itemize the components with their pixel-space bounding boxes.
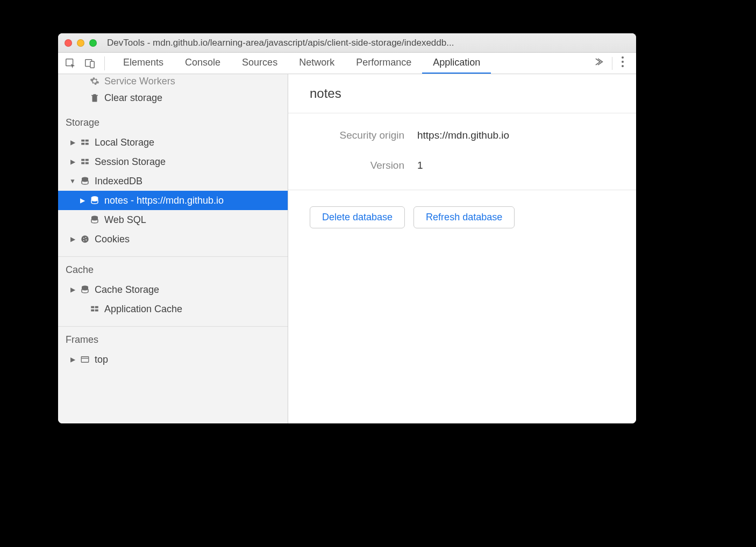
chevron-right-icon: ▶ bbox=[70, 286, 75, 293]
svg-point-3 bbox=[622, 56, 624, 59]
panel-tabs: Elements Console Sources Network Perform… bbox=[112, 53, 587, 74]
sidebar-item-label: Application Cache bbox=[104, 304, 182, 315]
sidebar-item-label: Clear storage bbox=[104, 92, 162, 104]
version-label: Version bbox=[310, 160, 417, 171]
svg-rect-23 bbox=[91, 306, 94, 308]
sidebar-section-cache: Cache bbox=[58, 256, 288, 280]
sidebar-item-top-frame[interactable]: ▶ top bbox=[58, 350, 288, 369]
sidebar-item-label: Local Storage bbox=[95, 137, 154, 148]
sidebar-item-cookies[interactable]: ▶ Cookies bbox=[58, 229, 288, 249]
chevron-down-icon: ▼ bbox=[70, 177, 75, 185]
sidebar-section-storage: Storage bbox=[58, 107, 288, 133]
security-origin-value: https://mdn.github.io bbox=[417, 129, 509, 141]
panel-body: ▶ Service Workers ▶ Clear storage Storag… bbox=[58, 74, 636, 423]
titlebar: DevTools - mdn.github.io/learning-area/j… bbox=[58, 33, 636, 53]
cookie-icon bbox=[80, 234, 90, 244]
chevron-right-icon: ▶ bbox=[70, 139, 75, 146]
main-panel: notes Security origin https://mdn.github… bbox=[288, 74, 636, 423]
database-icon bbox=[80, 176, 90, 186]
svg-point-21 bbox=[83, 240, 84, 241]
svg-point-18 bbox=[83, 237, 84, 239]
database-title: notes bbox=[288, 74, 636, 113]
svg-rect-12 bbox=[81, 162, 84, 164]
database-properties: Security origin https://mdn.github.io Ve… bbox=[288, 113, 636, 190]
svg-point-5 bbox=[622, 65, 624, 67]
svg-rect-24 bbox=[95, 306, 98, 308]
tab-elements[interactable]: Elements bbox=[112, 53, 174, 74]
minimize-window-button[interactable] bbox=[77, 39, 84, 47]
sidebar-item-session-storage[interactable]: ▶ Session Storage bbox=[58, 152, 288, 171]
sidebar-item-label: Service Workers bbox=[104, 76, 175, 87]
security-origin-label: Security origin bbox=[310, 129, 417, 141]
sidebar-item-label: Cookies bbox=[95, 234, 130, 245]
sidebar-item-service-workers[interactable]: ▶ Service Workers bbox=[58, 74, 288, 88]
tab-network[interactable]: Network bbox=[288, 53, 345, 74]
database-icon bbox=[89, 195, 100, 206]
svg-rect-13 bbox=[85, 162, 89, 164]
devtools-window: DevTools - mdn.github.io/learning-area/j… bbox=[58, 33, 636, 423]
sidebar-item-application-cache[interactable]: ▶ Application Cache bbox=[58, 299, 288, 319]
kebab-menu-icon[interactable] bbox=[616, 56, 630, 70]
sidebar-item-clear-storage[interactable]: ▶ Clear storage bbox=[58, 88, 288, 107]
svg-point-19 bbox=[85, 237, 87, 238]
device-toggle-icon[interactable] bbox=[84, 57, 96, 69]
sidebar-item-indexeddb-notes[interactable]: ▶ notes - https://mdn.github.io bbox=[58, 191, 288, 210]
svg-rect-25 bbox=[91, 310, 94, 312]
main-toolbar: Elements Console Sources Network Perform… bbox=[58, 53, 636, 74]
sidebar-item-label: top bbox=[95, 354, 108, 365]
svg-rect-8 bbox=[81, 143, 84, 145]
svg-rect-7 bbox=[85, 140, 89, 142]
database-actions: Delete database Refresh database bbox=[288, 190, 636, 244]
window-title: DevTools - mdn.github.io/learning-area/j… bbox=[107, 38, 630, 48]
zoom-window-button[interactable] bbox=[89, 39, 97, 47]
chevron-right-icon: ▶ bbox=[70, 356, 75, 363]
tab-sources[interactable]: Sources bbox=[231, 53, 288, 74]
trash-icon bbox=[89, 92, 100, 103]
grid-icon bbox=[89, 304, 100, 314]
sidebar-item-local-storage[interactable]: ▶ Local Storage bbox=[58, 133, 288, 152]
grid-icon bbox=[80, 156, 90, 167]
inspect-element-icon[interactable] bbox=[65, 57, 76, 69]
sidebar-item-label: IndexedDB bbox=[95, 176, 142, 187]
gear-icon bbox=[89, 76, 100, 87]
tab-performance[interactable]: Performance bbox=[345, 53, 422, 74]
chevron-right-icon: ▶ bbox=[70, 235, 75, 243]
close-window-button[interactable] bbox=[65, 39, 72, 47]
frame-icon bbox=[80, 354, 90, 365]
sidebar-item-indexeddb[interactable]: ▼ IndexedDB bbox=[58, 171, 288, 191]
sidebar-section-frames: Frames bbox=[58, 326, 288, 350]
sidebar-item-label: notes - https://mdn.github.io bbox=[104, 195, 224, 206]
svg-rect-11 bbox=[85, 159, 89, 161]
version-value: 1 bbox=[417, 160, 423, 171]
delete-database-button[interactable]: Delete database bbox=[310, 206, 405, 228]
sidebar-item-web-sql[interactable]: ▶ Web SQL bbox=[58, 210, 288, 229]
svg-point-20 bbox=[85, 239, 87, 240]
database-icon bbox=[80, 284, 90, 295]
svg-rect-6 bbox=[81, 140, 84, 142]
svg-rect-10 bbox=[81, 159, 84, 161]
chevron-right-icon: ▶ bbox=[80, 197, 85, 204]
svg-rect-27 bbox=[81, 357, 89, 363]
svg-rect-9 bbox=[85, 143, 89, 145]
application-sidebar: ▶ Service Workers ▶ Clear storage Storag… bbox=[58, 74, 288, 423]
chevron-right-icon: ▶ bbox=[70, 158, 75, 165]
tab-application[interactable]: Application bbox=[422, 53, 491, 74]
svg-rect-26 bbox=[95, 310, 98, 312]
grid-icon bbox=[80, 137, 90, 148]
more-tabs-icon[interactable] bbox=[587, 56, 609, 70]
tab-console[interactable]: Console bbox=[174, 53, 231, 74]
svg-rect-2 bbox=[90, 61, 94, 68]
svg-point-17 bbox=[81, 235, 89, 243]
toolbar-divider bbox=[612, 57, 612, 70]
sidebar-item-label: Session Storage bbox=[95, 156, 166, 168]
refresh-database-button[interactable]: Refresh database bbox=[413, 206, 515, 228]
svg-point-4 bbox=[622, 61, 624, 63]
sidebar-item-label: Web SQL bbox=[104, 214, 146, 226]
sidebar-item-cache-storage[interactable]: ▶ Cache Storage bbox=[58, 280, 288, 299]
sidebar-item-label: Cache Storage bbox=[95, 284, 159, 296]
database-icon bbox=[89, 214, 100, 225]
